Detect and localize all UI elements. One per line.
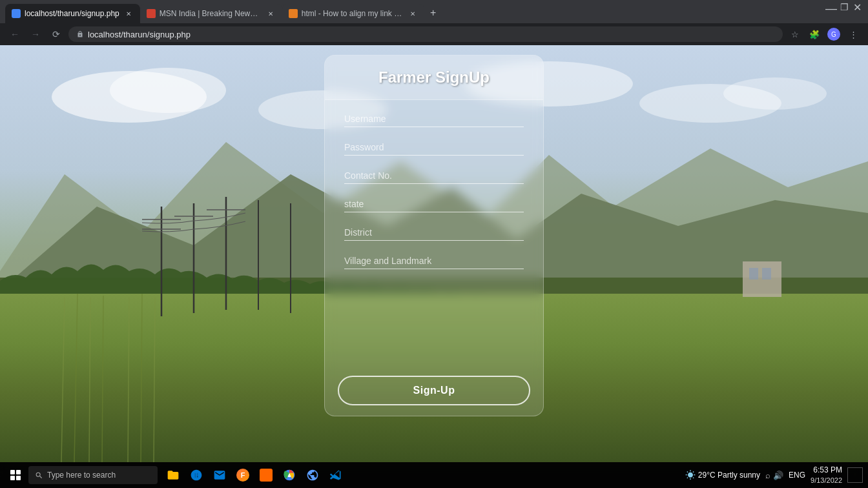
show-desktop-button[interactable] xyxy=(847,467,863,483)
taskbar-app-icons: F xyxy=(163,465,346,485)
village-field xyxy=(344,252,524,269)
username-input[interactable] xyxy=(344,110,524,127)
card-title: Farmer SignUp xyxy=(338,68,530,86)
windows-icon xyxy=(10,470,21,480)
folder-icon xyxy=(167,469,180,482)
taskbar-edge-icon[interactable] xyxy=(186,465,207,485)
start-button[interactable] xyxy=(5,465,26,485)
taskbar-mail-icon[interactable] xyxy=(209,465,230,485)
firefox-logo: F xyxy=(236,469,249,482)
search-placeholder: Type here to search xyxy=(47,471,116,480)
profile-button[interactable]: G xyxy=(825,26,842,43)
taskbar-files-icon[interactable] xyxy=(163,465,183,485)
tab-3[interactable]: html - How to align my link to th... ✕ xyxy=(282,4,424,23)
password-input[interactable] xyxy=(344,139,524,156)
weather-widget[interactable]: 29°C Partly sunny xyxy=(685,470,760,480)
tab-2-close[interactable]: ✕ xyxy=(265,8,276,19)
search-icon xyxy=(35,471,43,480)
taskbar-search[interactable]: Type here to search xyxy=(28,466,158,484)
card-body xyxy=(325,100,543,371)
extensions-button[interactable]: 🧩 xyxy=(806,26,823,43)
window-controls: — ❐ ✕ xyxy=(827,3,862,13)
language-indicator[interactable]: ENG xyxy=(789,471,805,480)
tab-1[interactable]: localhost/tharun/signup.php ✕ xyxy=(5,4,140,23)
username-field xyxy=(344,110,524,127)
state-field xyxy=(344,196,524,212)
village-input[interactable] xyxy=(344,252,524,269)
time-display: 6:53 PM xyxy=(811,465,842,476)
volume-icon[interactable]: 🔊 xyxy=(773,471,783,480)
district-input[interactable] xyxy=(344,224,524,241)
taskbar-right: 29°C Partly sunny ⌕ 🔊 ENG 6:53 PM 9/13/2… xyxy=(685,465,863,485)
address-bar[interactable]: localhost/tharun/signup.php xyxy=(68,26,783,42)
state-input[interactable] xyxy=(344,196,524,212)
network-icon[interactable]: ⌕ xyxy=(765,471,770,480)
password-field xyxy=(344,139,524,156)
mail-icon xyxy=(213,469,226,482)
back-button[interactable]: ← xyxy=(6,26,23,43)
signup-button[interactable]: Sign-Up xyxy=(338,376,530,405)
contact-input[interactable] xyxy=(344,167,524,184)
nav-right-buttons: ☆ 🧩 G ⋮ xyxy=(787,26,862,43)
signup-card-wrapper: Farmer SignUp Sign-Up xyxy=(324,55,544,416)
taskbar-globe-icon[interactable] xyxy=(302,465,323,485)
vscode-icon xyxy=(329,469,342,482)
tab-bar: localhost/tharun/signup.php ✕ MSN India … xyxy=(0,0,868,23)
lock-icon xyxy=(76,30,84,38)
weather-icon xyxy=(685,470,696,480)
tab-2[interactable]: MSN India | Breaking News, Ente... ✕ xyxy=(140,4,282,23)
edge-icon xyxy=(190,469,203,482)
district-field xyxy=(344,224,524,241)
new-tab-button[interactable]: + xyxy=(424,4,442,22)
nav-bar: ← → ⟳ localhost/tharun/signup.php ☆ 🧩 G … xyxy=(0,23,868,45)
svg-point-6 xyxy=(723,77,827,110)
menu-button[interactable]: ⋮ xyxy=(845,26,862,43)
taskbar-vscode-icon[interactable] xyxy=(326,465,346,485)
taskbar-chrome-icon[interactable] xyxy=(279,465,300,485)
browser-chrome: localhost/tharun/signup.php ✕ MSN India … xyxy=(0,0,868,45)
temperature: 29°C Partly sunny xyxy=(698,471,760,480)
reload-button[interactable]: ⟳ xyxy=(48,26,65,43)
forward-button[interactable]: → xyxy=(27,26,44,43)
contact-field xyxy=(344,167,524,184)
tab-3-favicon xyxy=(289,9,298,18)
globe-icon xyxy=(306,469,319,482)
tab-1-title: localhost/tharun/signup.php xyxy=(25,9,119,18)
tab-2-title: MSN India | Breaking News, Ente... xyxy=(160,9,262,18)
url-text: localhost/tharun/signup.php xyxy=(88,30,191,39)
minimize-button[interactable]: — xyxy=(827,4,836,13)
tab-1-close[interactable]: ✕ xyxy=(123,8,134,19)
chrome-icon xyxy=(283,469,296,482)
date-display: 9/13/2022 xyxy=(811,476,842,485)
svg-point-2 xyxy=(110,68,226,113)
tab-1-favicon xyxy=(12,9,21,18)
svg-rect-28 xyxy=(749,268,758,280)
taskbar-app5-icon[interactable] xyxy=(256,465,276,485)
close-button[interactable]: ✕ xyxy=(852,3,862,12)
orange-app-icon xyxy=(260,469,273,482)
card-header: Farmer SignUp xyxy=(325,56,543,100)
signup-card: Farmer SignUp Sign-Up xyxy=(324,55,544,416)
bookmark-button[interactable]: ☆ xyxy=(787,26,803,43)
svg-rect-29 xyxy=(762,268,771,280)
tab-3-title: html - How to align my link to th... xyxy=(302,9,404,18)
clock[interactable]: 6:53 PM 9/13/2022 xyxy=(811,465,842,485)
tab-3-close[interactable]: ✕ xyxy=(408,8,418,19)
maximize-button[interactable]: ❐ xyxy=(840,3,849,12)
taskbar: Type here to search F xyxy=(0,462,868,488)
tab-2-favicon xyxy=(147,9,156,18)
system-tray-icons: ⌕ 🔊 xyxy=(765,471,783,480)
taskbar-firefox-icon[interactable]: F xyxy=(232,465,253,485)
